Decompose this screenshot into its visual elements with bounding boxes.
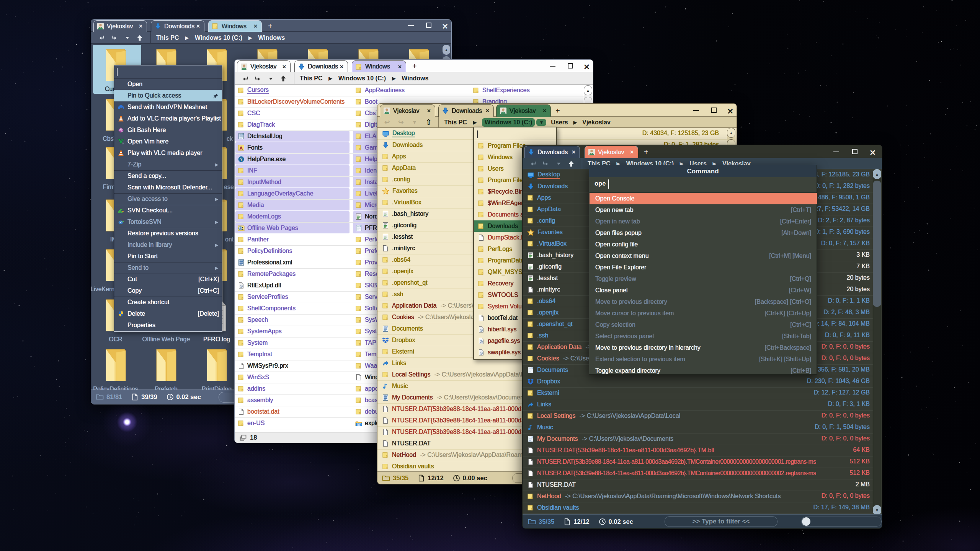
svg-text:A: A: [240, 146, 243, 150]
svg-text:m: m: [122, 142, 124, 145]
svg-text:?: ?: [240, 157, 243, 161]
